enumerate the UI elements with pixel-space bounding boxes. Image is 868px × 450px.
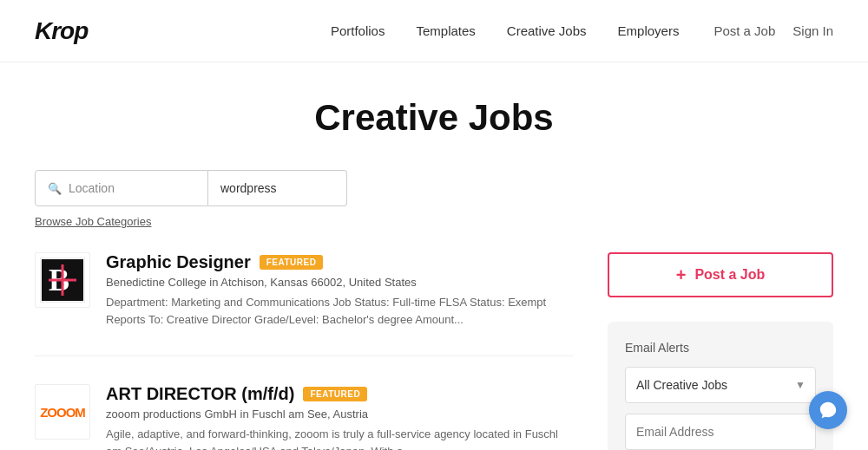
job-card: ZOOOM ART DIRECTOR (m/f/d) FEATURED zooo… xyxy=(35,384,573,450)
location-field[interactable]: 🔍 Location xyxy=(35,170,208,206)
navbar: Krop Portfolios Templates Creative Jobs … xyxy=(0,0,868,62)
nav-links: Portfolios Templates Creative Jobs Emplo… xyxy=(331,23,679,39)
page-title: Creative Jobs xyxy=(35,97,833,139)
nav-templates[interactable]: Templates xyxy=(416,23,475,38)
job-title-row: Graphic Designer FEATURED xyxy=(106,252,573,272)
nav-portfolios[interactable]: Portfolios xyxy=(331,23,385,38)
job-category-select-wrapper: All Creative JobsDesignDevelopmentMarket… xyxy=(625,367,816,403)
zooom-logo-text: ZOOOM xyxy=(40,405,85,420)
email-input[interactable] xyxy=(625,414,816,450)
email-alerts-title: Email Alerts xyxy=(625,341,816,355)
job-info: ART DIRECTOR (m/f/d) FEATURED zooom prod… xyxy=(106,384,573,450)
job-title-row: ART DIRECTOR (m/f/d) FEATURED xyxy=(106,384,573,404)
job-company: zooom productions GmbH in Fuschl am See,… xyxy=(106,408,573,421)
location-placeholder: Location xyxy=(69,181,115,195)
post-job-button[interactable]: + Post a Job xyxy=(608,252,833,297)
featured-badge: FEATURED xyxy=(260,255,324,270)
job-company: Benedictine College in Atchison, Kansas … xyxy=(106,276,573,289)
job-card: B Graphic Designer FEATURED Benedictine … xyxy=(35,252,573,356)
plus-icon: + xyxy=(676,265,687,285)
nav-employers[interactable]: Employers xyxy=(618,23,680,38)
job-title[interactable]: ART DIRECTOR (m/f/d) xyxy=(106,384,294,404)
email-alerts-box: Email Alerts All Creative JobsDesignDeve… xyxy=(608,322,833,450)
job-title[interactable]: Graphic Designer xyxy=(106,252,251,272)
search-row: 🔍 Location xyxy=(35,170,833,206)
search-icon: 🔍 xyxy=(48,182,62,195)
job-info: Graphic Designer FEATURED Benedictine Co… xyxy=(106,252,573,328)
company-logo: B xyxy=(35,252,90,308)
keyword-input[interactable] xyxy=(208,170,347,206)
nav-sign-in[interactable]: Sign In xyxy=(792,23,833,38)
site-logo[interactable]: Krop xyxy=(35,17,88,45)
job-description: Department: Marketing and Communications… xyxy=(106,294,573,328)
chat-button[interactable] xyxy=(809,391,847,429)
browse-categories-link[interactable]: Browse Job Categories xyxy=(35,215,833,228)
nav-creative-jobs[interactable]: Creative Jobs xyxy=(507,23,587,38)
company-logo: ZOOOM xyxy=(35,384,90,440)
nav-post-job[interactable]: Post a Job xyxy=(713,23,775,38)
page-content: Creative Jobs 🔍 Location Browse Job Cate… xyxy=(0,62,868,450)
nav-actions: Post a Job Sign In xyxy=(713,23,833,38)
jobs-list: B Graphic Designer FEATURED Benedictine … xyxy=(35,252,573,450)
job-category-select[interactable]: All Creative JobsDesignDevelopmentMarket… xyxy=(625,367,816,403)
post-job-label: Post a Job xyxy=(694,267,765,283)
sidebar: + Post a Job Email Alerts All Creative J… xyxy=(608,252,833,450)
content-layout: B Graphic Designer FEATURED Benedictine … xyxy=(35,252,833,450)
featured-badge: FEATURED xyxy=(303,387,367,401)
job-description: Agile, adaptive, and forward-thinking, z… xyxy=(106,426,573,450)
